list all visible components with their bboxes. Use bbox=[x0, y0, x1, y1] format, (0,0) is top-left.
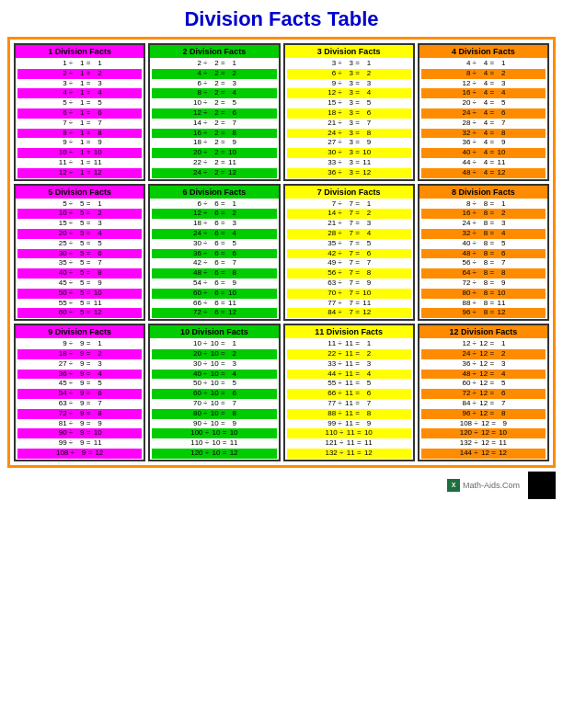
section-header-1: 1 Division Facts bbox=[16, 45, 144, 58]
table-row: 42 ÷ 6 = 7 bbox=[152, 258, 276, 268]
table-row: 63 ÷ 7 = 9 bbox=[287, 279, 411, 289]
table-row: 99 ÷ 11 = 9 bbox=[287, 419, 411, 429]
table-row: 33 ÷ 3 = 11 bbox=[287, 158, 411, 168]
section-header-2: 2 Division Facts bbox=[150, 45, 278, 58]
section-body-7: 7 ÷ 7 = 114 ÷ 7 = 221 ÷ 7 = 328 ÷ 7 = 43… bbox=[285, 199, 413, 320]
table-row: 66 ÷ 11 = 6 bbox=[287, 389, 411, 399]
table-row: 28 ÷ 7 = 4 bbox=[287, 229, 411, 239]
table-row: 22 ÷ 11 = 2 bbox=[287, 349, 411, 359]
table-row: 70 ÷ 7 = 10 bbox=[287, 289, 411, 299]
table-row: 40 ÷ 8 = 5 bbox=[421, 239, 546, 249]
table-row: 32 ÷ 8 = 4 bbox=[421, 229, 546, 239]
table-row: 9 ÷ 1 = 9 bbox=[17, 138, 142, 148]
table-row: 8 ÷ 8 = 1 bbox=[421, 199, 546, 210]
table-row: 6 ÷ 6 = 1 bbox=[152, 199, 276, 210]
table-row: 12 ÷ 6 = 2 bbox=[152, 209, 276, 219]
table-row: 20 ÷ 5 = 4 bbox=[17, 229, 142, 239]
section-12: 12 Division Facts12 ÷ 12 = 124 ÷ 12 = 23… bbox=[418, 324, 549, 461]
section-body-5: 5 ÷ 5 = 110 ÷ 5 = 215 ÷ 5 = 320 ÷ 5 = 42… bbox=[16, 199, 144, 320]
table-row: 25 ÷ 5 = 5 bbox=[17, 239, 142, 249]
table-row: 27 ÷ 9 = 3 bbox=[17, 359, 142, 370]
table-row: 55 ÷ 11 = 5 bbox=[287, 379, 411, 389]
table-row: 11 ÷ 11 = 1 bbox=[287, 339, 411, 349]
table-row: 14 ÷ 7 = 2 bbox=[287, 209, 411, 219]
table-row: 49 ÷ 7 = 7 bbox=[287, 258, 411, 268]
table-row: 90 ÷ 10 = 9 bbox=[152, 419, 276, 429]
table-row: 100 ÷ 10 = 10 bbox=[152, 428, 276, 438]
table-row: 20 ÷ 2 = 10 bbox=[152, 148, 276, 158]
table-row: 10 ÷ 10 = 1 bbox=[152, 339, 276, 349]
table-row: 28 ÷ 4 = 7 bbox=[421, 119, 546, 129]
section-body-10: 10 ÷ 10 = 120 ÷ 10 = 230 ÷ 10 = 340 ÷ 10… bbox=[150, 338, 278, 460]
section-body-4: 4 ÷ 4 = 18 ÷ 4 = 212 ÷ 4 = 316 ÷ 4 = 420… bbox=[419, 58, 547, 179]
table-row: 8 ÷ 4 = 2 bbox=[421, 69, 546, 79]
table-row: 16 ÷ 8 = 2 bbox=[421, 209, 546, 219]
table-row: 30 ÷ 3 = 10 bbox=[287, 148, 411, 158]
table-row: 120 ÷ 10 = 12 bbox=[152, 449, 276, 459]
table-row: 6 ÷ 2 = 3 bbox=[152, 79, 276, 89]
excel-icon: X bbox=[447, 479, 460, 492]
table-row: 11 ÷ 1 = 11 bbox=[17, 158, 142, 168]
table-row: 72 ÷ 8 = 9 bbox=[421, 279, 546, 289]
table-row: 60 ÷ 5 = 12 bbox=[17, 308, 142, 318]
table-row: 44 ÷ 11 = 4 bbox=[287, 370, 411, 380]
table-row: 60 ÷ 10 = 6 bbox=[152, 389, 276, 399]
table-row: 40 ÷ 5 = 8 bbox=[17, 268, 142, 279]
section-body-2: 2 ÷ 2 = 14 ÷ 2 = 26 ÷ 2 = 38 ÷ 2 = 410 ÷… bbox=[150, 58, 278, 179]
footer: X Math-Aids.Com bbox=[7, 472, 556, 499]
table-row: 9 ÷ 3 = 3 bbox=[287, 79, 411, 89]
table-row: 10 ÷ 5 = 2 bbox=[17, 209, 142, 219]
table-row: 18 ÷ 3 = 6 bbox=[287, 108, 411, 119]
table-row: 4 ÷ 4 = 1 bbox=[421, 59, 546, 69]
table-row: 110 ÷ 10 = 11 bbox=[152, 438, 276, 449]
table-row: 72 ÷ 6 = 12 bbox=[152, 308, 276, 318]
page: Division Facts Table 1 Division Facts1 ÷… bbox=[0, 0, 563, 728]
table-row: 90 ÷ 9 = 10 bbox=[17, 428, 142, 438]
table-row: 81 ÷ 9 = 9 bbox=[17, 419, 142, 429]
table-row: 80 ÷ 8 = 10 bbox=[421, 289, 546, 299]
table-row: 30 ÷ 10 = 3 bbox=[152, 359, 276, 370]
section-body-12: 12 ÷ 12 = 124 ÷ 12 = 236 ÷ 12 = 348 ÷ 12… bbox=[419, 338, 547, 460]
table-row: 66 ÷ 6 = 11 bbox=[152, 299, 276, 309]
section-6: 6 Division Facts6 ÷ 6 = 112 ÷ 6 = 218 ÷ … bbox=[148, 184, 280, 322]
table-row: 21 ÷ 3 = 7 bbox=[287, 119, 411, 129]
table-row: 4 ÷ 2 = 2 bbox=[152, 69, 276, 79]
table-row: 70 ÷ 10 = 7 bbox=[152, 399, 276, 409]
table-row: 6 ÷ 3 = 2 bbox=[287, 69, 411, 79]
table-row: 24 ÷ 4 = 6 bbox=[421, 108, 546, 119]
table-row: 12 ÷ 12 = 1 bbox=[421, 339, 546, 349]
table-row: 8 ÷ 1 = 8 bbox=[17, 129, 142, 139]
table-row: 63 ÷ 9 = 7 bbox=[17, 399, 142, 409]
section-header-11: 11 Division Facts bbox=[285, 325, 413, 338]
table-row: 16 ÷ 4 = 4 bbox=[421, 88, 546, 98]
table-row: 56 ÷ 7 = 8 bbox=[287, 268, 411, 279]
table-row: 10 ÷ 2 = 5 bbox=[152, 98, 276, 108]
table-row: 32 ÷ 4 = 8 bbox=[421, 129, 546, 139]
section-header-4: 4 Division Facts bbox=[419, 45, 547, 58]
table-row: 8 ÷ 2 = 4 bbox=[152, 88, 276, 98]
table-row: 96 ÷ 8 = 12 bbox=[421, 308, 546, 318]
table-row: 3 ÷ 3 = 1 bbox=[287, 59, 411, 69]
table-row: 7 ÷ 7 = 1 bbox=[287, 199, 411, 210]
table-row: 77 ÷ 11 = 7 bbox=[287, 399, 411, 409]
section-7: 7 Division Facts7 ÷ 7 = 114 ÷ 7 = 221 ÷ … bbox=[283, 184, 415, 322]
table-row: 21 ÷ 7 = 3 bbox=[287, 219, 411, 229]
table-row: 48 ÷ 6 = 8 bbox=[152, 268, 276, 279]
table-row: 2 ÷ 1 = 2 bbox=[17, 69, 142, 79]
table-row: 18 ÷ 9 = 2 bbox=[17, 349, 142, 359]
table-row: 3 ÷ 1 = 3 bbox=[17, 79, 142, 89]
table-row: 44 ÷ 4 = 11 bbox=[421, 158, 546, 168]
sections-grid: 1 Division Facts1 ÷ 1 = 12 ÷ 1 = 23 ÷ 1 … bbox=[14, 43, 549, 461]
section-header-6: 6 Division Facts bbox=[150, 186, 278, 199]
table-row: 20 ÷ 10 = 2 bbox=[152, 349, 276, 359]
table-row: 16 ÷ 2 = 8 bbox=[152, 129, 276, 139]
table-row: 48 ÷ 8 = 6 bbox=[421, 249, 546, 259]
table-row: 15 ÷ 3 = 5 bbox=[287, 98, 411, 108]
table-row: 20 ÷ 4 = 5 bbox=[421, 98, 546, 108]
section-1: 1 Division Facts1 ÷ 1 = 12 ÷ 1 = 23 ÷ 1 … bbox=[14, 43, 145, 181]
table-row: 96 ÷ 12 = 8 bbox=[421, 409, 546, 419]
table-row: 12 ÷ 4 = 3 bbox=[421, 79, 546, 89]
table-row: 35 ÷ 5 = 7 bbox=[17, 258, 142, 268]
section-body-6: 6 ÷ 6 = 112 ÷ 6 = 218 ÷ 6 = 324 ÷ 6 = 43… bbox=[150, 199, 278, 320]
section-2: 2 Division Facts2 ÷ 2 = 14 ÷ 2 = 26 ÷ 2 … bbox=[148, 43, 280, 181]
